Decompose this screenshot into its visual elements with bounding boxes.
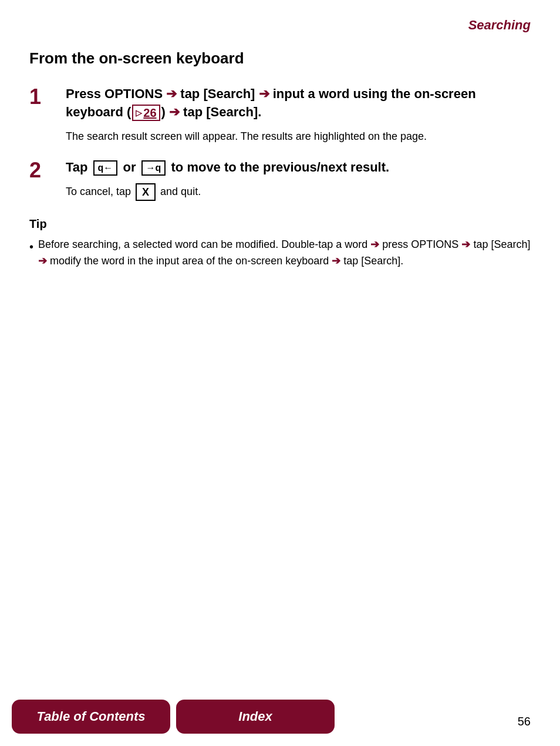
tip-text: Before searching, a selected word can be… — [38, 237, 531, 270]
index-button[interactable]: Index — [176, 700, 335, 734]
cancel-btn-icon: X — [136, 183, 156, 201]
arrow-icon-tip-3: ➔ — [38, 255, 47, 267]
page-footer: Table of Contents Index — [0, 687, 560, 746]
page-header: Searching — [29, 18, 531, 33]
arrow-icon-3: ➔ — [169, 105, 180, 119]
step-1-content: Press OPTIONS ➔ tap [Search] ➔ input a w… — [66, 85, 531, 145]
step-2-description: To cancel, tap X and quit. — [66, 183, 531, 201]
toc-button[interactable]: Table of Contents — [12, 700, 170, 734]
arrow-icon-tip-4: ➔ — [332, 255, 340, 267]
ref-number: 26 — [143, 106, 156, 120]
arrow-icon-2: ➔ — [259, 86, 269, 101]
ref-box-26: ▷26 — [132, 105, 160, 121]
ref-icon: ▷ — [136, 108, 142, 118]
step-2-content: Tap q← or →q to move to the previous/nex… — [66, 159, 531, 201]
tip-bullet: • — [29, 238, 33, 256]
step-1: 1 Press OPTIONS ➔ tap [Search] ➔ input a… — [29, 85, 531, 145]
step-2-number: 2 — [29, 159, 59, 182]
page-title: Searching — [468, 18, 531, 32]
page-container: Searching From the on-screen keyboard 1 … — [0, 0, 560, 746]
step-1-number: 1 — [29, 85, 59, 109]
arrow-icon-tip-1: ➔ — [370, 238, 379, 250]
step-2: 2 Tap q← or →q to move to the previous/n… — [29, 159, 531, 201]
arrow-icon-tip-2: ➔ — [461, 238, 470, 250]
steps-container: 1 Press OPTIONS ➔ tap [Search] ➔ input a… — [29, 85, 531, 201]
prev-result-btn-icon: q← — [93, 160, 118, 176]
next-result-btn-icon: →q — [141, 160, 166, 176]
step-2-instruction: Tap q← or →q to move to the previous/nex… — [66, 159, 531, 177]
tip-section: Tip • Before searching, a selected word … — [29, 217, 531, 270]
tip-label: Tip — [29, 217, 531, 231]
page-number: 56 — [518, 715, 531, 728]
section-heading: From the on-screen keyboard — [29, 49, 531, 68]
step-1-description: The search result screen will appear. Th… — [66, 129, 531, 145]
tip-item: • Before searching, a selected word can … — [29, 237, 531, 270]
arrow-icon-1: ➔ — [166, 86, 177, 101]
step-1-instruction: Press OPTIONS ➔ tap [Search] ➔ input a w… — [66, 85, 531, 122]
